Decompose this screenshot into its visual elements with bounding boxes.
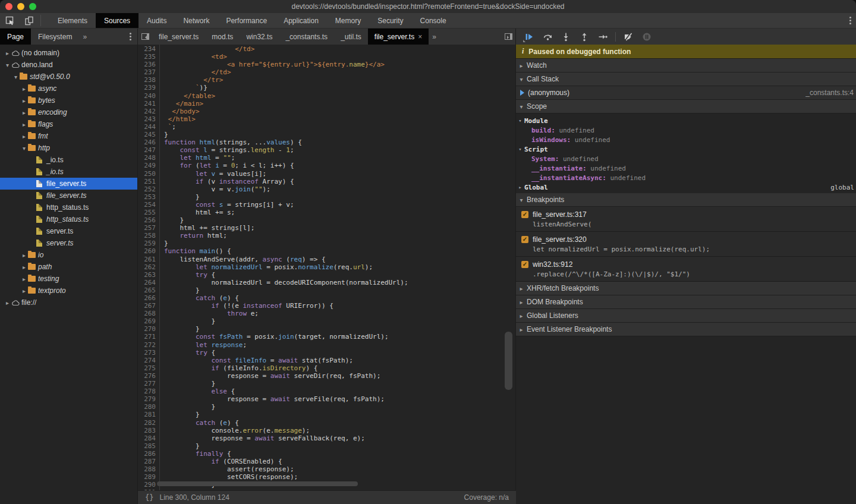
scope-property[interactable]: isWindows: undefined bbox=[516, 135, 856, 144]
disclosure-triangle-icon[interactable]: ▸ bbox=[20, 133, 28, 140]
section-global-listeners[interactable]: ▸Global Listeners bbox=[516, 309, 856, 323]
disclosure-triangle-icon[interactable]: ▸ bbox=[4, 50, 11, 56]
breakpoint-checkbox[interactable]: ✓ bbox=[521, 236, 528, 243]
step-over-icon[interactable] bbox=[540, 30, 555, 43]
editor-tab-file_server.ts[interactable]: file_server.ts bbox=[152, 29, 205, 45]
toggle-debugger-panel-icon[interactable] bbox=[501, 29, 515, 45]
overflow-menu-icon[interactable] bbox=[849, 13, 856, 28]
scope-group-module[interactable]: ▾Module bbox=[516, 116, 856, 125]
tree-item-path[interactable]: ▸path bbox=[0, 261, 137, 273]
tree-item-deno.land[interactable]: ▾deno.land bbox=[0, 59, 137, 71]
device-toolbar-icon[interactable] bbox=[23, 15, 36, 27]
more-editor-tabs-icon[interactable]: » bbox=[429, 29, 440, 45]
tree-item-http[interactable]: ▾http bbox=[0, 142, 137, 154]
panel-tab-security[interactable]: Security bbox=[369, 13, 411, 28]
step-out-icon[interactable] bbox=[577, 30, 591, 43]
scope-group-script[interactable]: ▾Script bbox=[516, 144, 856, 154]
section-call-stack[interactable]: ▾ Call Stack bbox=[516, 73, 856, 86]
panel-tab-elements[interactable]: Elements bbox=[49, 13, 96, 28]
disclosure-triangle-icon[interactable]: ▾ bbox=[4, 62, 11, 68]
step-icon[interactable] bbox=[596, 30, 610, 43]
more-tabs-icon[interactable]: » bbox=[79, 29, 90, 45]
chevron-down-icon[interactable]: ▾ bbox=[516, 146, 524, 152]
disclosure-triangle-icon[interactable]: ▸ bbox=[20, 288, 28, 294]
horizontal-scrollbar[interactable] bbox=[157, 481, 358, 486]
section-dom-breakpoints[interactable]: ▸DOM Breakpoints bbox=[516, 295, 856, 309]
tree-item-server.ts[interactable]: server.ts bbox=[0, 237, 137, 249]
section-scope[interactable]: ▾ Scope bbox=[516, 100, 856, 114]
tree-item-file_server.ts[interactable]: file_server.ts bbox=[0, 178, 137, 190]
panel-tab-sources[interactable]: Sources bbox=[96, 13, 139, 28]
panel-tab-network[interactable]: Network bbox=[175, 13, 218, 28]
tree-item-server.ts[interactable]: server.ts bbox=[0, 225, 137, 237]
scope-property[interactable]: System: undefined bbox=[516, 154, 856, 163]
section-watch[interactable]: ▸ Watch bbox=[516, 59, 856, 73]
tree-item-file_server.ts[interactable]: file_server.ts bbox=[0, 190, 137, 201]
tree-item-textproto[interactable]: ▸textproto bbox=[0, 285, 137, 297]
tree-item-_io.ts[interactable]: _io.ts bbox=[0, 166, 137, 178]
breakpoint-entry[interactable]: ✓win32.ts:912.replace(/^\/*([A-Za-z]:)(\… bbox=[516, 257, 856, 282]
disclosure-triangle-icon[interactable]: ▾ bbox=[12, 74, 20, 80]
disclosure-triangle-icon[interactable]: ▸ bbox=[4, 300, 11, 306]
breakpoint-checkbox[interactable]: ✓ bbox=[521, 261, 528, 268]
tree-item-file[interactable]: ▸file:// bbox=[0, 297, 137, 308]
tree-item-flags[interactable]: ▸flags bbox=[0, 118, 137, 130]
inspect-icon[interactable] bbox=[4, 15, 17, 27]
scope-property[interactable]: __instantiate: undefined bbox=[516, 163, 856, 173]
disclosure-triangle-icon[interactable]: ▾ bbox=[20, 145, 28, 152]
tree-item-async[interactable]: ▸async bbox=[0, 83, 137, 94]
tree-item-fmt[interactable]: ▸fmt bbox=[0, 130, 137, 142]
disclosure-triangle-icon[interactable]: ▸ bbox=[20, 86, 28, 92]
step-into-icon[interactable] bbox=[559, 30, 573, 43]
source-code[interactable]: </td> <td> <a href="${entry.url}">${entr… bbox=[164, 45, 515, 490]
section-xhr-fetch-breakpoints[interactable]: ▸XHR/fetch Breakpoints bbox=[516, 282, 856, 295]
editor-tab-mod.ts[interactable]: mod.ts bbox=[205, 29, 240, 45]
tab-page[interactable]: Page bbox=[0, 29, 31, 45]
disclosure-triangle-icon[interactable]: ▸ bbox=[20, 97, 28, 104]
tree-item-http_status.ts[interactable]: http_status.ts bbox=[0, 213, 137, 225]
pretty-print-icon[interactable]: {} bbox=[138, 493, 159, 502]
chevron-right-icon[interactable]: ▸ bbox=[516, 184, 524, 190]
tab-filesystem[interactable]: Filesystem bbox=[31, 29, 79, 45]
tree-item-std@v0.50.0[interactable]: ▾std@v0.50.0 bbox=[0, 71, 137, 83]
resume-icon[interactable] bbox=[522, 30, 536, 43]
scope-group-global[interactable]: ▸Globalglobal bbox=[516, 182, 856, 192]
chevron-down-icon[interactable]: ▾ bbox=[516, 118, 524, 124]
vertical-scrollbar[interactable] bbox=[505, 332, 512, 390]
tree-item-http_status.ts[interactable]: http_status.ts bbox=[0, 201, 137, 213]
disclosure-triangle-icon[interactable]: ▸ bbox=[20, 121, 28, 128]
section-event-listener-breakpoints[interactable]: ▸Event Listener Breakpoints bbox=[516, 323, 856, 336]
tree-item-nodomain[interactable]: ▸(no domain) bbox=[0, 47, 137, 59]
scope-property[interactable]: __instantiateAsync: undefined bbox=[516, 173, 856, 182]
call-frame[interactable]: (anonymous)_constants.ts:4 bbox=[516, 86, 856, 100]
close-tab-icon[interactable]: × bbox=[418, 33, 422, 41]
hide-navigator-icon[interactable] bbox=[138, 29, 152, 45]
scope-property[interactable]: build: undefined bbox=[516, 125, 856, 135]
breakpoint-checkbox[interactable]: ✓ bbox=[521, 211, 528, 218]
disclosure-triangle-icon[interactable]: ▸ bbox=[20, 109, 28, 116]
disclosure-triangle-icon[interactable]: ▸ bbox=[20, 264, 28, 270]
tree-item-testing[interactable]: ▸testing bbox=[0, 273, 137, 285]
tree-item-_io.ts[interactable]: _io.ts bbox=[0, 154, 137, 166]
breakpoint-entry[interactable]: ✓file_server.ts:317listenAndServe( bbox=[516, 207, 856, 232]
panel-tab-audits[interactable]: Audits bbox=[139, 13, 175, 28]
editor-tab-win32.ts[interactable]: win32.ts bbox=[240, 29, 279, 45]
tree-item-bytes[interactable]: ▸bytes bbox=[0, 94, 137, 106]
panel-tab-console[interactable]: Console bbox=[412, 13, 455, 28]
panel-tab-memory[interactable]: Memory bbox=[327, 13, 369, 28]
panel-tab-performance[interactable]: Performance bbox=[218, 13, 275, 28]
navigator-menu-icon[interactable] bbox=[130, 33, 131, 40]
tree-item-io[interactable]: ▸io bbox=[0, 249, 137, 261]
breakpoint-entry[interactable]: ✓file_server.ts:320let normalizedUrl = p… bbox=[516, 232, 856, 257]
section-breakpoints[interactable]: ▾ Breakpoints bbox=[516, 193, 856, 207]
panel-tab-application[interactable]: Application bbox=[275, 13, 327, 28]
disclosure-triangle-icon[interactable]: ▸ bbox=[20, 252, 28, 259]
editor-tab-_constants.ts[interactable]: _constants.ts bbox=[279, 29, 334, 45]
deactivate-breakpoints-icon[interactable] bbox=[621, 30, 635, 43]
tree-item-encoding[interactable]: ▸encoding bbox=[0, 106, 137, 118]
editor-tab-file_server.ts[interactable]: file_server.ts× bbox=[368, 29, 429, 45]
pause-on-exceptions-icon[interactable] bbox=[640, 30, 654, 43]
line-number-gutter[interactable]: 2342352362372382392402412422432442452462… bbox=[138, 45, 159, 490]
disclosure-triangle-icon[interactable]: ▸ bbox=[20, 276, 28, 282]
editor-tab-_util.ts[interactable]: _util.ts bbox=[334, 29, 368, 45]
